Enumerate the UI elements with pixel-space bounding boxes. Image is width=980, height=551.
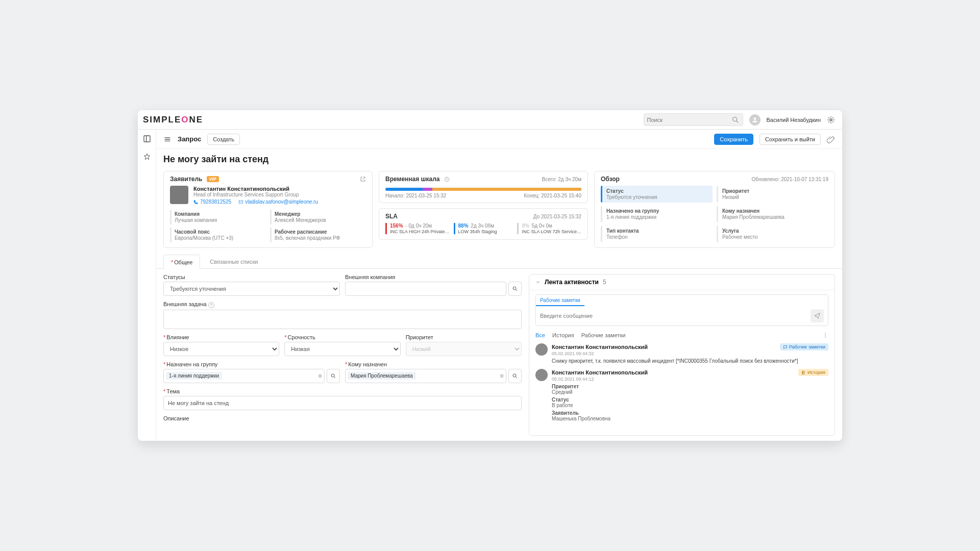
status-select[interactable]: Требуются уточнения xyxy=(163,282,340,296)
svg-point-10 xyxy=(331,374,334,377)
priority-select: Низкий xyxy=(406,342,522,356)
summary-cards: Заявитель VIP Константин Константинополь… xyxy=(156,171,842,254)
tab-general[interactable]: *Общее xyxy=(163,255,200,269)
extcompany-input[interactable] xyxy=(345,282,506,296)
person-icon xyxy=(751,116,758,123)
priority-label: Приоритет xyxy=(406,334,522,340)
impact-select[interactable]: Низкое xyxy=(163,342,279,356)
assignee-label: *Кому назначен xyxy=(345,361,522,367)
page-header: Запрос Создать Сохранить Сохранить и вый… xyxy=(156,130,842,149)
requester-role: Head of Infrastructure Services Support … xyxy=(193,192,318,197)
svg-line-1 xyxy=(737,121,738,122)
save-button[interactable]: Сохранить xyxy=(714,134,753,145)
assignee-input[interactable]: Мария Проблемарешаева ⊗ xyxy=(345,369,506,383)
global-search[interactable] xyxy=(644,113,743,126)
timeline-bar xyxy=(385,188,581,191)
panel-icon[interactable] xyxy=(143,135,151,143)
user-avatar[interactable] xyxy=(749,114,761,126)
phone-icon xyxy=(193,199,199,205)
description-label: Описание xyxy=(163,415,522,421)
filter-history[interactable]: История xyxy=(552,332,574,338)
create-button[interactable]: Создать xyxy=(207,134,240,145)
filter-all[interactable]: Все xyxy=(535,332,545,338)
form-tabs: *Общее Связанные списки xyxy=(156,254,842,269)
assignee-token: Мария Проблемарешаева xyxy=(348,372,416,380)
assignee-clear[interactable]: ⊗ xyxy=(500,373,504,379)
attach-icon[interactable] xyxy=(827,135,835,143)
group-input[interactable]: 1-я линия поддержки ⊗ xyxy=(163,369,325,383)
subject-label: *Тема xyxy=(163,388,522,394)
exttask-label: Внешняя задача? xyxy=(163,301,522,308)
activity-panel: Лента активности 5 Рабочие заметки xyxy=(529,274,835,436)
page-type: Запрос xyxy=(178,135,201,143)
svg-point-0 xyxy=(732,117,737,121)
svg-point-15 xyxy=(825,335,826,336)
main-content: Запрос Создать Сохранить Сохранить и вый… xyxy=(156,130,842,441)
overview-cell: ПриоритетНизкий xyxy=(717,186,828,203)
search-input[interactable] xyxy=(647,117,731,123)
svg-point-14 xyxy=(825,333,826,334)
requester-schedule: Рабочее расписание8х5, включая праздники… xyxy=(270,228,366,242)
status-label: Статусы xyxy=(163,274,340,280)
help-icon[interactable]: ? xyxy=(208,302,214,308)
form-left: Статусы Требуются уточнения Внешняя комп… xyxy=(163,274,522,436)
extcompany-label: Внешняя компания xyxy=(345,274,522,280)
activity-count: 5 xyxy=(603,279,606,286)
sla-until: До 2021-03-25 15:32 xyxy=(533,214,581,219)
external-link-icon[interactable] xyxy=(360,176,366,182)
group-label: *Назначен на группу xyxy=(163,361,340,367)
sla-title: SLA xyxy=(385,213,398,220)
group-clear[interactable]: ⊗ xyxy=(318,373,322,379)
overview-card: Обзор Обновлено: 2021-10-07 13:31:19 Ста… xyxy=(594,171,835,248)
app-window: SIMPLEONE Василий Незабудкин Запрос Созд… xyxy=(138,110,842,441)
overview-cell: УслугаРабочее место xyxy=(717,226,828,242)
overview-cell: Кому назначенМария Проблемарешаева xyxy=(717,206,828,222)
activity-item: Константин Константинопольский Рабочие з… xyxy=(535,343,828,364)
note-composer: Рабочие заметки xyxy=(535,294,828,326)
overview-cell: Тип контактаТелефон xyxy=(601,226,713,242)
tab-related[interactable]: Связанные списки xyxy=(202,254,265,268)
page-title: Не могу зайти на стенд xyxy=(163,154,835,165)
timeline-start: Начало: 2021-03-25 15:32 xyxy=(385,193,446,198)
note-tab[interactable]: Рабочие заметки xyxy=(536,295,584,306)
more-icon[interactable] xyxy=(822,332,828,338)
search-icon xyxy=(731,116,740,124)
hamburger-icon[interactable] xyxy=(163,135,172,143)
search-icon xyxy=(512,373,518,379)
overview-cell: СтатусТребуются уточнения xyxy=(601,186,713,203)
requester-name: Константин Константинопольский xyxy=(193,186,318,192)
clock-icon xyxy=(444,177,450,182)
svg-line-13 xyxy=(516,377,518,378)
exttask-input[interactable] xyxy=(163,310,522,329)
requester-photo xyxy=(170,186,188,204)
search-icon xyxy=(330,373,336,379)
vip-badge: VIP xyxy=(207,176,219,182)
left-rail xyxy=(138,130,156,441)
activity-header[interactable]: Лента активности 5 xyxy=(529,274,835,290)
extcompany-lookup[interactable] xyxy=(508,282,522,296)
timeline-end: Конец: 2021-03-25 15:40 xyxy=(524,193,581,198)
filter-notes[interactable]: Рабочие заметки xyxy=(581,332,626,338)
assignee-lookup[interactable] xyxy=(508,369,522,383)
overview-title: Обзор xyxy=(601,176,620,183)
timeline-card: Временная шкала Всего: 2д 3ч 20м Начало:… xyxy=(379,171,588,203)
mail-icon xyxy=(238,199,243,205)
overview-updated: Обновлено: 2021-10-07 13:31:19 xyxy=(751,177,828,182)
svg-line-9 xyxy=(516,290,518,291)
requester-phone[interactable]: 79283812525 xyxy=(193,199,231,205)
svg-point-16 xyxy=(825,337,826,338)
search-icon xyxy=(512,286,518,292)
activity-item: Константин Константинопольский История05… xyxy=(535,369,828,421)
star-icon[interactable] xyxy=(143,153,151,161)
svg-rect-4 xyxy=(144,136,150,142)
note-input[interactable] xyxy=(540,313,806,319)
save-exit-button[interactable]: Сохранить и выйти xyxy=(760,134,821,145)
subject-input[interactable] xyxy=(163,396,522,410)
gear-icon[interactable] xyxy=(827,116,835,124)
send-button[interactable] xyxy=(811,309,824,322)
urgency-select[interactable]: Низкая xyxy=(284,342,400,356)
requester-email[interactable]: vladislav.safonov@simpleone.ru xyxy=(238,199,318,205)
timeline-title: Временная шкала xyxy=(385,176,440,183)
group-lookup[interactable] xyxy=(327,369,340,383)
chevron-down-icon xyxy=(535,280,541,285)
